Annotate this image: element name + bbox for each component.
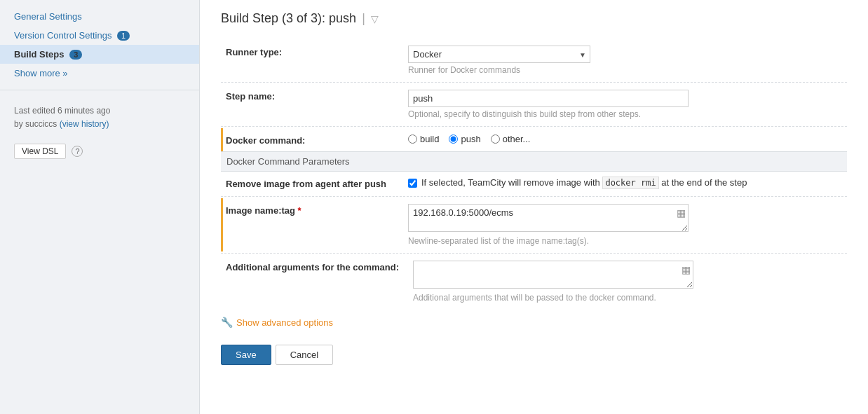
radio-push[interactable]: push — [449, 134, 480, 144]
copy-icon[interactable]: ▦ — [674, 207, 687, 219]
edited-by-text: by succiccs — [14, 119, 57, 129]
radio-other[interactable]: other... — [491, 134, 531, 144]
image-name-row: Image name:tag * 192.168.0.19:5000/ecms … — [221, 198, 847, 251]
image-name-label: Image name:tag — [226, 205, 295, 216]
build-steps-label: Build Steps — [14, 49, 65, 60]
image-name-value-cell: 192.168.0.19:5000/ecms ▦ Newline-separat… — [405, 198, 847, 251]
divider-1 — [221, 82, 847, 83]
image-name-textarea-wrapper: 192.168.0.19:5000/ecms ▦ — [408, 204, 689, 234]
docker-command-options: build push other... — [408, 134, 844, 144]
help-icon[interactable]: ? — [72, 146, 83, 157]
runner-type-hint: Runner for Docker commands — [408, 65, 844, 75]
radio-push-label: push — [461, 134, 480, 144]
step-name-row: Step name: Optional, specify to distingu… — [221, 84, 847, 125]
step-name-table: Step name: Optional, specify to distingu… — [223, 84, 847, 125]
sidebar-item-show-more[interactable]: Show more » — [0, 64, 199, 83]
radio-push-input[interactable] — [449, 134, 458, 144]
required-marker: * — [298, 205, 301, 216]
remove-image-code: docker rmi — [602, 177, 658, 189]
remove-image-checkbox[interactable] — [408, 179, 417, 188]
additional-args-textarea[interactable] — [413, 261, 693, 289]
image-name-hint: Newline-separated list of the image name… — [408, 236, 844, 246]
remove-image-post-text: at the end of the step — [661, 177, 747, 188]
additional-args-tr: Additional arguments for the command: ▦ … — [223, 255, 847, 308]
step-name-input[interactable] — [408, 90, 689, 107]
sidebar-footer: Last edited 6 minutes ago by succiccs (v… — [0, 97, 199, 138]
docker-command-value-cell: build push other... — [405, 128, 847, 151]
additional-args-textarea-wrapper: ▦ — [413, 261, 693, 291]
sidebar: General Settings Version Control Setting… — [0, 0, 200, 414]
image-name-label-cell: Image name:tag * — [223, 198, 405, 251]
runner-type-value-cell: Docker Runner for Docker commands — [405, 40, 847, 81]
step-name-tr: Step name: Optional, specify to distingu… — [223, 84, 847, 125]
remove-image-label: Remove image from agent after push — [223, 172, 405, 195]
docker-command-label: Docker command: — [223, 128, 405, 151]
page-title: Build Step (3 of 3): push | ▽ — [221, 11, 847, 26]
radio-other-label: other... — [503, 134, 531, 144]
cancel-button[interactable]: Cancel — [276, 345, 333, 365]
title-separator: | — [362, 11, 365, 26]
remove-image-checkbox-row: If selected, TeamCity will remove image … — [408, 177, 844, 188]
additional-args-value-cell: ▦ Additional arguments that will be pass… — [410, 255, 847, 308]
section-header: Docker Command Parameters — [221, 151, 847, 172]
sidebar-item-general-settings[interactable]: General Settings — [0, 7, 199, 26]
version-control-settings-link[interactable]: Version Control Settings — [14, 30, 111, 41]
step-name-value-cell: Optional, specify to distinguish this bu… — [405, 84, 847, 125]
remove-image-value-cell: If selected, TeamCity will remove image … — [405, 172, 847, 195]
runner-type-select-wrapper: Docker — [408, 46, 590, 63]
remove-image-table: Remove image from agent after push If se… — [223, 172, 847, 195]
save-button[interactable]: Save — [221, 345, 271, 365]
sidebar-item-build-steps[interactable]: Build Steps 3 — [0, 45, 199, 64]
version-control-badge: 1 — [117, 31, 130, 41]
show-more-link[interactable]: Show more » — [14, 68, 68, 78]
docker-command-tr: Docker command: build push — [223, 128, 847, 151]
docker-command-row: Docker command: build push — [221, 128, 847, 151]
remove-image-pre-text: If selected, TeamCity will remove image … — [421, 177, 600, 188]
main-content: Build Step (3 of 3): push | ▽ Runner typ… — [200, 0, 868, 414]
image-name-table: Image name:tag * 192.168.0.19:5000/ecms … — [223, 198, 847, 251]
additional-args-row: Additional arguments for the command: ▦ … — [221, 255, 847, 308]
remove-image-tr: Remove image from agent after push If se… — [223, 172, 847, 195]
general-settings-link[interactable]: General Settings — [14, 11, 82, 22]
main-inner: Build Step (3 of 3): push | ▽ Runner typ… — [200, 0, 868, 386]
advanced-section: 🔧 Show advanced options — [221, 317, 847, 328]
show-advanced-link[interactable]: 🔧 Show advanced options — [221, 317, 847, 328]
additional-args-copy-icon[interactable]: ▦ — [679, 263, 692, 276]
page-title-text: Build Step (3 of 3): push — [221, 11, 356, 26]
runner-type-label: Runner type: — [223, 40, 405, 81]
last-edited-text: Last edited 6 minutes ago — [14, 106, 110, 116]
view-history-link[interactable]: (view history) — [60, 119, 109, 129]
additional-args-hint: Additional arguments that will be passed… — [413, 293, 844, 303]
sidebar-divider — [0, 90, 199, 90]
divider-2 — [221, 126, 847, 127]
runner-type-tr: Runner type: Docker Runner for Docker co… — [223, 40, 847, 81]
step-name-hint: Optional, specify to distinguish this bu… — [408, 109, 844, 119]
radio-build[interactable]: build — [408, 134, 439, 144]
title-dropdown-icon[interactable]: ▽ — [371, 13, 379, 25]
show-advanced-label: Show advanced options — [236, 317, 333, 328]
sidebar-item-version-control-settings[interactable]: Version Control Settings 1 — [0, 26, 199, 45]
remove-image-row: Remove image from agent after push If se… — [221, 172, 847, 195]
image-name-tr: Image name:tag * 192.168.0.19:5000/ecms … — [223, 198, 847, 251]
docker-command-table: Docker command: build push — [223, 128, 847, 151]
view-dsl-area: View DSL ? — [0, 138, 199, 165]
image-name-textarea[interactable]: 192.168.0.19:5000/ecms — [408, 204, 689, 232]
build-steps-badge: 3 — [69, 50, 82, 60]
divider-4 — [221, 253, 847, 254]
radio-build-label: build — [420, 134, 439, 144]
divider-3 — [221, 196, 847, 197]
radio-other-input[interactable] — [491, 134, 500, 144]
remove-image-hint-text: If selected, TeamCity will remove image … — [421, 177, 747, 188]
additional-args-table: Additional arguments for the command: ▦ … — [223, 255, 847, 308]
additional-args-label: Additional arguments for the command: — [223, 255, 410, 308]
form-table: Runner type: Docker Runner for Docker co… — [223, 40, 847, 81]
runner-type-select[interactable]: Docker — [408, 46, 590, 63]
radio-build-input[interactable] — [408, 134, 417, 144]
view-dsl-button[interactable]: View DSL — [14, 144, 66, 159]
wrench-icon: 🔧 — [221, 317, 233, 328]
action-row: Save Cancel — [221, 345, 847, 365]
step-name-label: Step name: — [223, 84, 405, 125]
runner-type-row: Runner type: Docker Runner for Docker co… — [221, 40, 847, 81]
